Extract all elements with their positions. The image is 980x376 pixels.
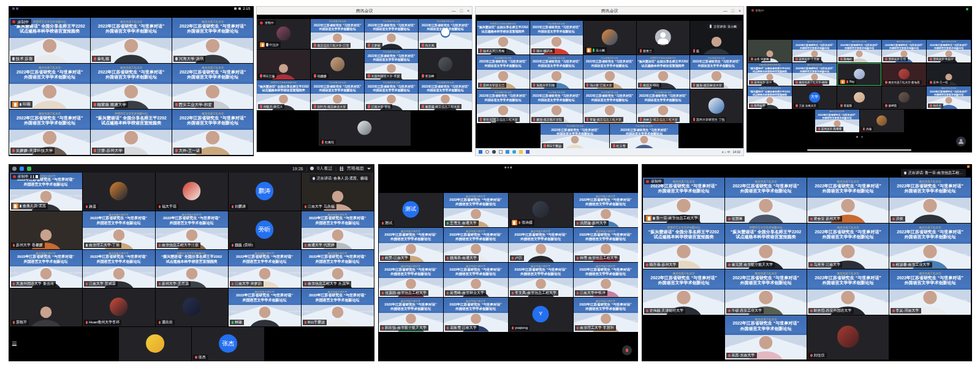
participant-tile[interactable]: 南京信息工程大学2022年江苏省研究生 “与世界对话”外国语言文学学术创新论坛主… — [302, 211, 374, 249]
participant-tile[interactable]: 南京信息工程大学2022年江苏省研究生 “与世界对话”外国语言文学学术创新论坛主… — [725, 178, 807, 223]
minimize-button[interactable]: — — [452, 9, 456, 13]
system-tray[interactable]: ∧ ♪ 中 14:02 — [722, 150, 740, 154]
participant-tile[interactable]: 南京信息工程大学2022年江苏省研究生 “与世界对话”外国语言文学学术创新论坛主… — [311, 19, 364, 49]
participant-tile[interactable]: 南京信息工程大学2022年江苏省研究生 “与世界对话”外国语言文学学术创新论坛主… — [574, 193, 638, 227]
more-options-icon[interactable] — [504, 167, 512, 168]
participant-tile[interactable]: 蒋紫薇 — [837, 86, 881, 109]
participant-tile[interactable]: 南京信息工程大学2022年江苏省研究生 “与世界对话”外国语言文学学术创新论坛主… — [530, 21, 583, 55]
file-explorer-icon[interactable] — [519, 150, 523, 154]
participant-tile[interactable]: B11王编 — [257, 50, 310, 80]
view-mode-label[interactable]: 宫格视图 — [347, 165, 364, 171]
task-view-icon[interactable] — [499, 150, 503, 154]
participant-tile[interactable]: 南京信息工程大学2022年江苏省研究生 “与世界对话”外国语言文学学术创新论坛主… — [379, 263, 443, 297]
window-titlebar[interactable]: 腾讯会议 — □ × — [257, 7, 472, 15]
participant-tile[interactable]: 安小戴 — [583, 21, 636, 55]
participant-tile[interactable]: 景晓平 — [10, 288, 82, 326]
participant-tile[interactable]: 会务 张梦璐 — [748, 40, 792, 62]
search-icon[interactable] — [485, 150, 489, 154]
chevron-down-icon[interactable] — [367, 168, 371, 170]
participant-tile[interactable] — [119, 327, 191, 361]
participant-tile[interactable]: 南京信息工程大学2022年江苏省研究生 “与世界对话”外国语言文学学术创新论坛主… — [91, 18, 172, 63]
participant-tile[interactable]: 南京信息工程大学2022年江苏省研究生 “与世界对话”外国语言文学学术创新论坛主… — [643, 178, 724, 223]
participant-tile[interactable]: 南京信息工程大学2022年江苏省研究生 “与世界对话”外国语言文学学术创新论坛主… — [10, 250, 82, 288]
participant-tile[interactable]: 外国语言文学学术创新论坛“振兴慧语话” 全国分享名师王平2202试点规格本科学校… — [725, 224, 807, 269]
participant-tile[interactable]: 南京信息工程大学2022年江苏省研究生 “与世界对话”外国语言文学学术创新论坛主… — [807, 178, 889, 223]
participant-tile[interactable]: 测试测试 — [379, 193, 443, 227]
participant-tile[interactable]: 旁听魏巍 (旁听) — [229, 211, 301, 249]
participant-tile[interactable]: 外国语言文学学术创新论坛“振兴慧语话” 全国分享名师王平2202试点规格本科学校… — [748, 86, 792, 109]
participant-tile[interactable]: 南京信息工程大学2022年江苏省研究生 “与世界对话”外国语言文学学术创新论坛主… — [690, 55, 743, 89]
participant-tile[interactable]: 南京信息工程大学2022年江苏省研究生 “与世界对话”外国语言文学学术创新论坛主… — [889, 224, 971, 269]
participant-tile[interactable]: 南京信息工程大学2022年江苏省研究生 “与世界对话”外国语言文学学术创新论坛主… — [83, 250, 155, 288]
participant-tile[interactable]: 南京信息工程大学2022年江苏省研究生 “与世界对话”外国语言文学学术创新论坛主… — [792, 63, 837, 86]
participant-tile[interactable]: 外国语言文学学术创新论坛“振兴慧语话” 全国分享名师王平2202试点规格本科学校… — [257, 80, 310, 110]
mic-muted-button[interactable] — [622, 345, 632, 355]
minimize-button[interactable]: — — [723, 9, 727, 13]
participant-tile[interactable]: 南京信息工程大学2022年江苏省研究生 “与世界对话”外国语言文学学术创新论坛主… — [419, 80, 472, 110]
home-indicator-bar[interactable] — [807, 149, 911, 151]
participant-tile[interactable]: 南京信息工程大学2022年江苏省研究生 “与世界对话”外国语言文学学术创新论坛主… — [477, 89, 530, 123]
participant-tile[interactable]: 南京信息工程大学2022年江苏省研究生 “与世界对话”外国语言文学学术创新论坛主… — [574, 298, 638, 332]
participant-tile[interactable]: Ray — [837, 63, 881, 86]
participant-tile[interactable]: 杜佩珏 — [319, 111, 411, 146]
participant-tile[interactable]: 南京信息工程大学2022年江苏省研究生 “与世界对话”外国语言文学学术创新论坛主… — [792, 40, 837, 62]
participant-tile[interactable]: 南京信息工程大学2022年江苏省研究生 “与世界对话”外国语言文学学术创新论坛主… — [9, 110, 90, 155]
participant-tile[interactable]: 外国语言文学学术创新论坛“振兴慧语话” 全国分享名师王平2202试点规格本科学校… — [748, 63, 792, 86]
participant-tile[interactable]: 南京信息工程大学2022年江苏省研究生 “与世界对话”外国语言文学学术创新论坛主… — [444, 263, 508, 297]
participant-tile[interactable]: 南京信息工程大学2022年江苏省研究生 “与世界对话”外国语言文学学术创新论坛主… — [477, 55, 530, 89]
participant-tile[interactable]: 南京信息工程大学2022年江苏省研究生 “与世界对话”外国语言文学学术创新论坛主… — [837, 40, 881, 62]
participant-tile[interactable]: 张诗超 — [509, 193, 573, 227]
participant-tile[interactable]: 南京信息工程大学2022年江苏省研究生 “与世界对话”外国语言文学学术创新论坛主… — [172, 110, 253, 155]
participant-tile[interactable]: 南京信息工程大学2022年江苏省研究生 “与世界对话”外国语言文学学术创新论坛主… — [637, 89, 689, 123]
participant-tile[interactable]: 苏州大学 香馨媛 — [10, 211, 82, 249]
participant-tile[interactable]: 南京信息工程大学2022年江苏省研究生 “与世界对话”外国语言文学学术创新论坛主… — [229, 250, 301, 288]
participant-tile[interactable]: 南京信息工程大学2022年江苏省研究生 “与世界对话”外国语言文学学术创新论坛主… — [725, 269, 807, 315]
participant-tile[interactable]: 福大于琼 — [156, 173, 228, 211]
participant-tile[interactable]: 南京信息工程大学2022年江苏省研究生 “与世界对话”外国语言文学学术创新论坛主… — [509, 228, 573, 262]
start-button-icon[interactable] — [479, 150, 482, 154]
participant-tile[interactable]: 外国语言文学学术创新论坛“振兴慧语话” 全国分享名师王平2202试点规格本科学校… — [643, 224, 724, 269]
participant-tile[interactable]: 李宗峰 — [419, 50, 472, 80]
participant-tile[interactable]: 南京信息工程大学2022年江苏省研究生 “与世界对话”外国语言文学学术创新论坛主… — [172, 64, 253, 109]
participant-tile[interactable]: 南京信息工程大学2022年江苏省研究生 “与世界对话”外国语言文学学术创新论坛主… — [379, 298, 443, 332]
participant-tile[interactable]: 南京信息工程大学2022年江苏省研究生 “与世界对话”外国语言文学学术创新论坛主… — [9, 64, 90, 109]
participant-tile[interactable]: 外国语言文学学术创新论坛“振兴慧语话” 全国分享名师王平2202试点规格本科学校… — [637, 55, 689, 89]
participant-tile[interactable]: 南京信息工程大学2022年江苏省研究生 “与世界对话”外国语言文学学术创新论坛主… — [725, 315, 807, 359]
participant-avatar-button[interactable] — [956, 137, 966, 146]
participant-tile[interactable]: 南京信息工程大学2022年江苏省研究生 “与世界对话”外国语言文学学术创新论坛主… — [583, 55, 636, 89]
participant-tile[interactable]: Huan贵州大学李环 — [83, 288, 155, 326]
participant-tile[interactable]: 南京信息工程大学2022年江苏省研究生 “与世界对话”外国语言文学学术创新论坛主… — [10, 173, 82, 211]
participant-tile[interactable]: 苏州-王一恒 — [927, 63, 971, 86]
windows-taskbar[interactable]: ∧ ♪ 中 14:02 — [476, 148, 743, 156]
participant-tile[interactable]: 南京信息工程大学2022年江苏省研究生 “与世界对话”外国语言文学学术创新论坛主… — [643, 269, 724, 315]
participant-tile[interactable]: 南京信息工程大学2022年江苏省研究生 “与世界对话”外国语言文学学术创新论坛主… — [807, 224, 889, 269]
participant-tile[interactable]: 鹏涛刘鹏涛 — [229, 173, 301, 211]
info-icon[interactable] — [12, 167, 17, 171]
participant-tile[interactable]: 苏州大学研究生 丁悦 — [690, 89, 743, 123]
participant-tile[interactable]: 曾晓雨 — [882, 86, 926, 109]
participant-tile[interactable]: 刘佳仪 — [807, 315, 889, 359]
participant-tile[interactable]: 路遥 — [83, 173, 155, 211]
participant-tile[interactable]: 外国语言文学学术创新论坛“振兴慧语话” 全国分享名师王平2202试点规格本科学校… — [477, 21, 530, 55]
participant-tile[interactable]: 外国语言文学学术创新论坛“振兴慧语话” 全国分享名师王平2202试点规格本科学校… — [91, 110, 172, 155]
participant-tile[interactable]: 南京信息工程大学2022年江苏省研究生 “与世界对话”外国语言文学学术创新论坛主… — [156, 211, 228, 249]
close-button[interactable]: × — [739, 9, 741, 13]
viewers-count[interactable]: 0人看过 — [317, 165, 332, 171]
participant-tile[interactable]: 南京信息工程大学2022年江苏省研究生 “与世界对话”外国语言文学学术创新论坛主… — [229, 288, 301, 326]
participant-tile[interactable]: 南京信息工程大学2022年江苏省研究生 “与世界对话”外国语言文学学术创新论坛主… — [419, 19, 472, 49]
participant-tile[interactable]: 南京信息工程大学2022年江苏省研究生 “与世界对话”外国语言文学学术创新论坛主… — [610, 124, 678, 149]
shield-icon[interactable] — [20, 167, 24, 171]
participant-tile[interactable]: 南京信息工程大学2022年江苏省研究生 “与世界对话”外国语言文学学术创新论坛主… — [530, 55, 583, 89]
participant-tile[interactable]: 南京信息工程大学2022年江苏省研究生 “与世界对话”外国语言文学学术创新论坛主… — [882, 40, 926, 62]
participant-tile[interactable]: 南京信息工程大学2022年江苏省研究生 “与世界对话”外国语言文学学术创新论坛主… — [927, 86, 971, 109]
participant-tile[interactable]: 南京信息工程大学2022年江苏省研究生 “与世界对话”外国语言文学学术创新论坛主… — [444, 298, 508, 332]
participant-tile[interactable]: 南京信息工程大学2022年江苏省研究生 “与世界对话”外国语言文学学术创新论坛主… — [172, 18, 253, 63]
maximize-button[interactable]: □ — [460, 9, 463, 13]
close-button[interactable]: × — [467, 9, 469, 13]
meeting-app-icon[interactable] — [526, 150, 530, 154]
participant-tile[interactable]: 曾青兰 — [637, 21, 689, 55]
participant-tile[interactable]: 南京信息工程大学2022年江苏省研究生 “与世界对话”外国语言文学学术创新论坛主… — [927, 40, 971, 62]
participant-tile[interactable]: 南京信息工程大学2022年江苏省研究生 “与世界对话”外国语言文学学术创新论坛主… — [889, 178, 971, 223]
participant-tile[interactable]: 南京信息工程大学2022年江苏省研究生 “与世界对话”外国语言文学学术创新论坛主… — [815, 110, 859, 132]
participant-tile[interactable]: 张杰张杰 — [192, 327, 264, 361]
